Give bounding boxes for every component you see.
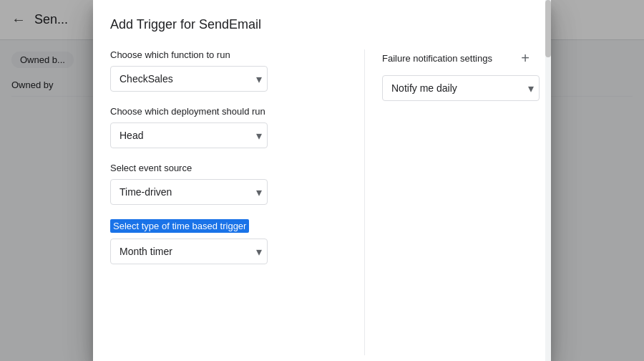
modal-body: Choose which function to run CheckSales … xyxy=(93,44,551,361)
notify-select[interactable]: Notify me daily xyxy=(382,75,540,101)
failure-section-header: Failure notification settings + xyxy=(382,49,534,67)
time-trigger-label: Select type of time based trigger xyxy=(110,219,249,233)
function-group: Choose which function to run CheckSales … xyxy=(110,49,347,92)
time-trigger-select-wrapper: Month timer ▾ xyxy=(110,239,268,264)
add-icon: + xyxy=(521,50,530,67)
deployment-label: Choose which deployment should run xyxy=(110,106,347,117)
event-source-select-wrapper: Time-driven ▾ xyxy=(110,179,268,205)
modal-dialog: Add Trigger for SendEmail Choose which f… xyxy=(93,0,551,361)
modal-header: Add Trigger for SendEmail xyxy=(93,0,551,44)
add-failure-notification-button[interactable]: + xyxy=(517,49,534,67)
function-select-wrapper: CheckSales ▾ xyxy=(110,66,268,92)
event-source-label: Select event source xyxy=(110,163,347,173)
time-trigger-group: Select type of time based trigger Month … xyxy=(110,219,347,264)
deployment-select[interactable]: Head xyxy=(110,122,268,148)
scrollbar-thumb[interactable] xyxy=(545,44,551,57)
deployment-select-wrapper: Head ▾ xyxy=(110,122,268,148)
function-select[interactable]: CheckSales xyxy=(110,66,268,92)
event-source-select[interactable]: Time-driven xyxy=(110,179,268,205)
time-trigger-select[interactable]: Month timer xyxy=(110,239,268,264)
modal-right-panel: Failure notification settings + Notify m… xyxy=(365,49,551,355)
failure-section-title: Failure notification settings xyxy=(382,53,492,64)
function-label: Choose which function to run xyxy=(110,49,347,60)
notify-select-wrapper: Notify me daily ▾ xyxy=(382,75,540,101)
deployment-group: Choose which deployment should run Head … xyxy=(110,106,347,148)
modal-left-panel: Choose which function to run CheckSales … xyxy=(93,49,365,355)
scrollbar-track xyxy=(545,44,551,361)
event-source-group: Select event source Time-driven ▾ xyxy=(110,163,347,205)
modal-title: Add Trigger for SendEmail xyxy=(110,17,534,32)
